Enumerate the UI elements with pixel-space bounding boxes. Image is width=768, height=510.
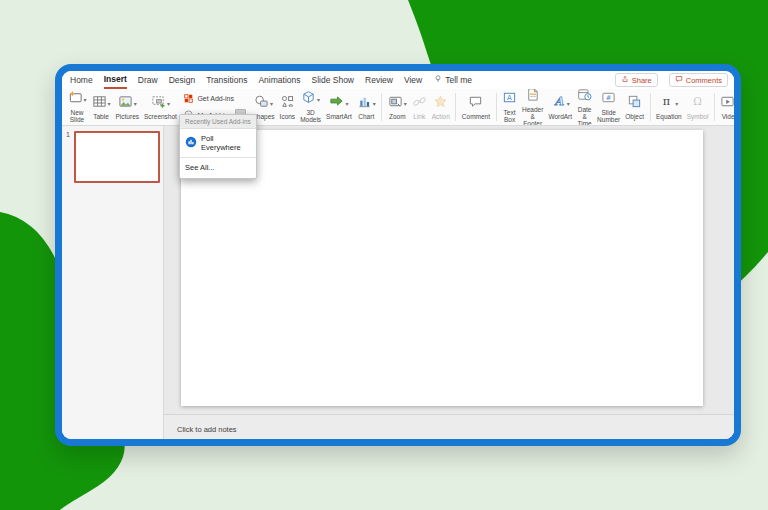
object-button[interactable]: Object (623, 94, 647, 121)
dropdown-arrow: ▾ (84, 96, 87, 103)
comment-icon (468, 94, 483, 113)
my-addins-dropdown-menu: Recently Used Add-ins Poll Everywhere Se… (179, 114, 257, 179)
icons-button[interactable]: Icons (277, 94, 298, 121)
date-time-button[interactable]: Date & Time (575, 89, 595, 126)
dropdown-arrow: ▾ (345, 100, 348, 107)
pictures-label: Pictures (116, 113, 139, 120)
pictures-icon (118, 94, 133, 113)
table-label: Table (93, 113, 109, 120)
get-addins-icon (183, 93, 194, 105)
svg-text:#: # (606, 94, 612, 102)
comments-button[interactable]: Comments (669, 73, 728, 87)
3d-models-button[interactable]: ▾ 3D Models (298, 90, 324, 124)
zoom-button[interactable]: ▾ Zoom (385, 94, 409, 121)
slide-number-button[interactable]: # Slide Number (595, 90, 623, 124)
powerpoint-window: Home Insert Draw Design Transitions Anim… (55, 64, 741, 446)
group-divider (714, 93, 715, 121)
slide-canvas[interactable] (181, 130, 703, 406)
menu-item-see-all[interactable]: See All... (180, 158, 256, 178)
tab-home[interactable]: Home (70, 72, 93, 88)
dropdown-arrow: ▾ (108, 100, 111, 107)
poll-everywhere-icon (185, 136, 197, 150)
header-footer-icon (525, 89, 540, 106)
tab-review[interactable]: Review (365, 72, 393, 88)
dropdown-arrow: ▾ (404, 100, 407, 107)
slide-1-thumbnail[interactable] (74, 131, 160, 183)
header-footer-button[interactable]: Header & Footer (520, 89, 546, 126)
share-button[interactable]: Share (615, 73, 658, 87)
table-button[interactable]: ▾ Table (89, 94, 113, 121)
slide-number-icon: # (601, 90, 616, 109)
symbol-omega-icon: Ω (690, 94, 705, 113)
group-divider (650, 93, 651, 121)
table-icon (92, 94, 107, 113)
screenshot-icon (151, 94, 166, 113)
tab-animations[interactable]: Animations (258, 72, 300, 88)
svg-text:A: A (553, 94, 564, 108)
dropdown-arrow: ▾ (373, 100, 376, 107)
lightbulb-icon (433, 74, 443, 86)
zoom-label: Zoom (389, 113, 406, 120)
group-divider (455, 93, 456, 121)
share-label: Share (632, 76, 652, 85)
window-content: Home Insert Draw Design Transitions Anim… (62, 71, 734, 439)
tell-me-label: Tell me (445, 75, 472, 85)
chart-button[interactable]: ▾ Chart (354, 94, 378, 121)
equation-label: Equation (656, 113, 682, 120)
tab-insert[interactable]: Insert (104, 71, 127, 89)
slide-number-label: Slide Number (597, 109, 620, 123)
chart-icon (357, 94, 372, 113)
dropdown-arrow: ▾ (317, 96, 320, 103)
smartart-icon (329, 94, 344, 113)
document-area: 1 Click to add notes (62, 126, 734, 439)
link-button: Link (409, 94, 429, 121)
action-label: Action (432, 113, 450, 120)
menu-item-poll-everywhere[interactable]: Poll Everywhere (180, 129, 256, 157)
poll-everywhere-label: Poll Everywhere (201, 134, 251, 152)
svg-text:Ω: Ω (693, 95, 702, 107)
equation-button[interactable]: π▾ Equation (654, 94, 685, 121)
notes-pane[interactable]: Click to add notes (164, 414, 734, 439)
slide-number-badge: 1 (66, 131, 70, 138)
pictures-button[interactable]: ▾ Pictures (113, 94, 141, 121)
symbol-button: Ω Symbol (684, 94, 711, 121)
tab-design[interactable]: Design (169, 72, 195, 88)
text-box-button[interactable]: A Text Box (500, 90, 520, 124)
screenshot-button[interactable]: ▾ Screenshot (142, 94, 180, 121)
video-button[interactable]: ▾ Video (718, 94, 734, 121)
comment-bubble-icon (675, 75, 683, 85)
svg-text:A: A (507, 93, 512, 102)
smartart-button[interactable]: ▾ SmartArt (324, 94, 355, 121)
screenshot-label: Screenshot (144, 113, 177, 120)
new-slide-icon (68, 90, 83, 109)
comment-button[interactable]: Comment (459, 94, 492, 121)
text-box-icon: A (502, 90, 517, 109)
3d-models-label: 3D Models (300, 109, 321, 123)
action-star-icon (433, 94, 448, 113)
comment-label: Comment (462, 113, 490, 120)
symbol-label: Symbol (687, 113, 709, 120)
wordart-icon: A (551, 94, 566, 113)
shapes-icon (254, 94, 269, 113)
tell-me-search[interactable]: Tell me (433, 74, 472, 86)
get-addins-button[interactable]: Get Add-ins (183, 93, 246, 105)
wordart-button[interactable]: A▾ WordArt (546, 94, 575, 121)
date-time-label: Date & Time (577, 106, 592, 127)
3d-models-icon (301, 90, 316, 109)
insert-ribbon: ▾ New Slide ▾ Table ▾ Pictures ▾ Screens… (62, 89, 734, 126)
share-icon (621, 75, 629, 85)
smartart-label: SmartArt (326, 113, 352, 120)
dropdown-arrow: ▾ (567, 100, 570, 107)
new-slide-label: New Slide (70, 109, 84, 123)
zoom-icon (388, 94, 403, 113)
new-slide-button[interactable]: ▾ New Slide (65, 90, 89, 124)
svg-text:π: π (663, 95, 670, 108)
tab-draw[interactable]: Draw (138, 72, 158, 88)
tab-slide-show[interactable]: Slide Show (311, 72, 354, 88)
action-button: Action (429, 94, 452, 121)
dropdown-arrow: ▾ (270, 100, 273, 107)
addins-menu-header: Recently Used Add-ins (180, 115, 256, 129)
object-icon (627, 94, 642, 113)
tab-view[interactable]: View (404, 72, 422, 88)
tab-transitions[interactable]: Transitions (206, 72, 247, 88)
